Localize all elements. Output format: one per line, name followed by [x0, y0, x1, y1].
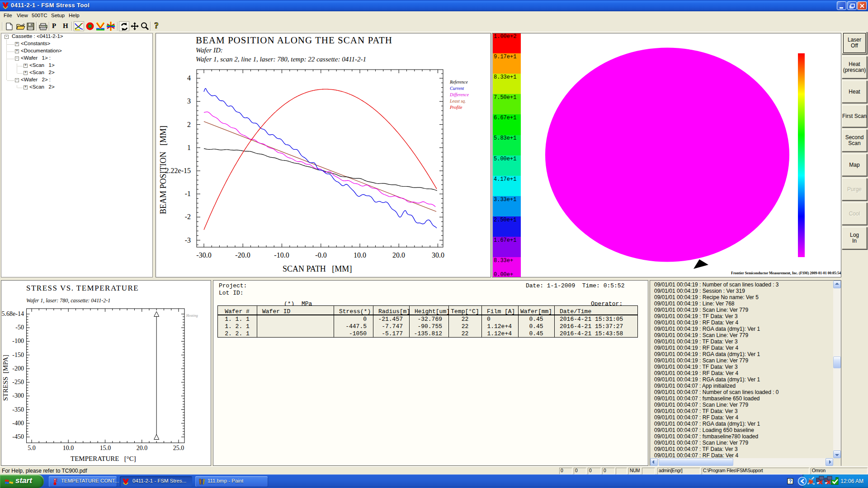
- svg-text:Wafer 1, laser: 780, cassette:: Wafer 1, laser: 780, cassette: 0411-2-1: [26, 297, 110, 304]
- svg-text:-450: -450: [12, 433, 24, 440]
- svg-text:TEMPERATURE [°C]: TEMPERATURE [°C]: [71, 455, 136, 462]
- svg-text:-30.0: -30.0: [196, 251, 211, 259]
- svg-text:-20.0: -20.0: [235, 251, 250, 259]
- svg-text:-200: -200: [12, 365, 24, 372]
- svg-text:-250: -250: [12, 379, 24, 385]
- svg-text:7.50e+1: 7.50e+1: [494, 94, 516, 101]
- svg-text:Wafer 1, scan 2, line 1, laser: Wafer 1, scan 2, line 1, laser: 780, tem…: [196, 56, 366, 63]
- svg-text:BEAM POSITION ALONG THE SCAN P: BEAM POSITION ALONG THE SCAN PATH: [196, 35, 392, 46]
- svg-text:25.0: 25.0: [173, 445, 184, 451]
- svg-text:15.0: 15.0: [100, 445, 111, 451]
- svg-text:3.33e+1: 3.33e+1: [494, 197, 516, 203]
- svg-text:20.0: 20.0: [392, 251, 405, 259]
- svg-text:10.0: 10.0: [63, 445, 74, 451]
- svg-text:BEAM POSITION [MM]: BEAM POSITION [MM]: [159, 126, 168, 214]
- svg-text:10.0: 10.0: [354, 251, 366, 259]
- svg-text:30.0: 30.0: [432, 251, 444, 259]
- svg-text:8.33e+1: 8.33e+1: [494, 74, 516, 80]
- svg-text:-400: -400: [12, 420, 24, 427]
- svg-text:Current: Current: [450, 86, 464, 91]
- svg-text:1.00e+2: 1.00e+2: [494, 33, 516, 40]
- svg-text:STRESS [MPA]: STRESS [MPA]: [2, 355, 9, 401]
- svg-text:Reference: Reference: [449, 80, 468, 84]
- svg-text:5.0: 5.0: [28, 445, 36, 451]
- svg-text:Wafer ID:: Wafer ID:: [196, 47, 223, 54]
- svg-text:4.17e+1: 4.17e+1: [494, 176, 516, 183]
- svg-text:-3: -3: [185, 236, 191, 244]
- svg-text:SCAN PATH [MM]: SCAN PATH [MM]: [283, 264, 352, 273]
- svg-text:2: 2: [187, 121, 191, 128]
- svg-text:?: ?: [154, 21, 159, 30]
- svg-text:8.33e+: 8.33e+: [494, 258, 513, 264]
- svg-text:-100: -100: [12, 338, 24, 344]
- svg-text:1: 1: [187, 144, 191, 151]
- svg-text:0.00e+: 0.00e+: [494, 272, 513, 277]
- svg-text:6.67e+1: 6.67e+1: [494, 115, 516, 121]
- svg-text:Least sq.: Least sq.: [449, 99, 466, 103]
- svg-text:-300: -300: [12, 392, 24, 399]
- svg-text:Difference: Difference: [449, 92, 469, 97]
- svg-text:?: ?: [789, 479, 792, 484]
- svg-text:-50: -50: [15, 324, 24, 331]
- svg-text:5.00e+1: 5.00e+1: [494, 156, 516, 162]
- svg-text:1.67e+1: 1.67e+1: [494, 237, 516, 244]
- svg-text:4: 4: [187, 74, 191, 82]
- svg-text:-0.0: -0.0: [315, 251, 326, 259]
- svg-text:-150: -150: [12, 352, 24, 358]
- svg-text:2.22e-15: 2.22e-15: [165, 167, 191, 174]
- svg-text:-10.0: -10.0: [274, 251, 289, 259]
- svg-text:5.83e+1: 5.83e+1: [494, 135, 516, 141]
- svg-text:9.17e+1: 9.17e+1: [494, 54, 516, 60]
- svg-text:5.68e-14: 5.68e-14: [2, 310, 24, 317]
- svg-text:-350: -350: [12, 406, 24, 413]
- svg-text:-2: -2: [185, 213, 191, 221]
- svg-text:Heating: Heating: [186, 314, 198, 318]
- svg-text:STRESS VS. TEMPERATURE: STRESS VS. TEMPERATURE: [26, 284, 139, 292]
- svg-text:-1: -1: [185, 190, 191, 197]
- svg-text:3: 3: [187, 97, 191, 105]
- svg-text:Profile: Profile: [449, 105, 462, 110]
- svg-text:20.0: 20.0: [137, 445, 148, 451]
- svg-text:2.50e+1: 2.50e+1: [494, 217, 516, 223]
- svg-text:Frontier Semiconductor Measure: Frontier Semiconductor Measurement, Inc.…: [731, 271, 841, 275]
